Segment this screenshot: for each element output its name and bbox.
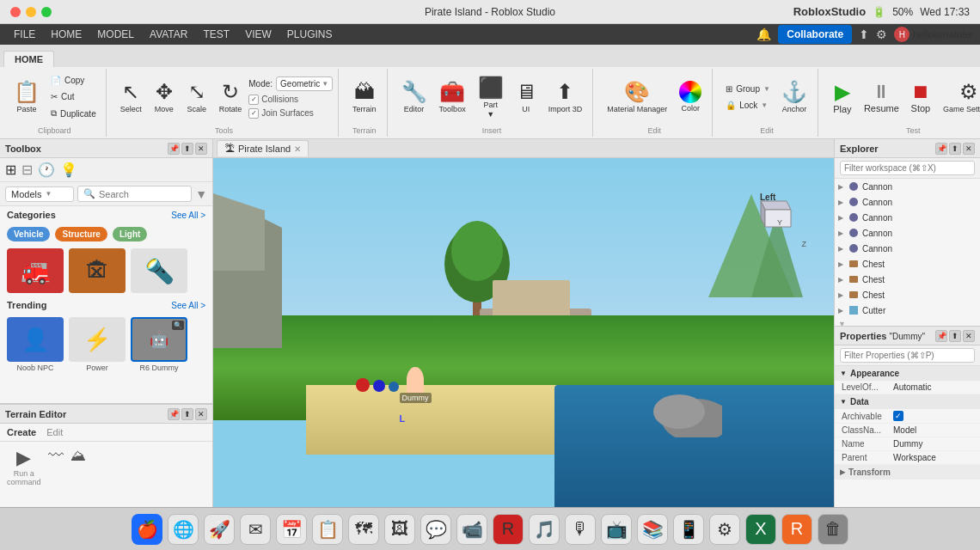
group-button[interactable]: ⊞ Group ▼ <box>721 82 775 96</box>
pirate-island-tab[interactable]: 🏝 Pirate Island ✕ <box>217 140 309 156</box>
settings-icon[interactable]: ⚙ <box>876 28 887 41</box>
taskbar-notes[interactable]: 📋 <box>312 514 343 545</box>
properties-close-button[interactable]: ✕ <box>963 330 975 342</box>
category-structure[interactable]: Structure <box>55 227 107 241</box>
list-item[interactable]: ▶ Cutter <box>835 302 980 318</box>
notification-icon[interactable]: 🔔 <box>756 28 771 41</box>
anchor-button[interactable]: ⚓ Anchor <box>776 71 812 123</box>
list-item[interactable]: ▶ Cannon <box>835 225 980 241</box>
taskbar-music[interactable]: 🎵 <box>529 514 560 545</box>
terrain-tab-edit[interactable]: Edit <box>46 427 63 437</box>
ui-button[interactable]: 🖥 UI <box>511 71 542 123</box>
taskbar-facetime[interactable]: 📹 <box>456 514 487 545</box>
tab-light-icon[interactable]: 💡 <box>60 162 77 178</box>
menu-file[interactable]: FILE <box>7 27 42 42</box>
models-dropdown[interactable]: Models ▼ <box>5 186 74 202</box>
rotate-button[interactable]: ↻ Rotate <box>214 71 248 123</box>
menu-avatar[interactable]: AVATAR <box>143 27 194 42</box>
taskbar-tv[interactable]: 📺 <box>601 514 632 545</box>
category-structure-thumb[interactable]: 🏚 <box>69 248 126 293</box>
maximize-button[interactable] <box>41 7 52 17</box>
tab-grid-icon[interactable]: ⊟ <box>21 162 33 178</box>
tab-close-icon[interactable]: ✕ <box>294 144 301 154</box>
play-button[interactable]: ▶ Play <box>827 71 858 123</box>
taskbar-books[interactable]: 📚 <box>637 514 668 545</box>
menu-model[interactable]: MODEL <box>90 27 141 42</box>
part-button[interactable]: ⬛ Part▼ <box>473 71 509 123</box>
filter-icon[interactable]: ▼ <box>195 187 207 201</box>
menu-view[interactable]: VIEW <box>238 27 279 42</box>
tab-home[interactable]: HOME <box>3 51 54 67</box>
terrain-run-command[interactable]: ▶ Run a command <box>7 447 41 486</box>
taskbar-settings[interactable]: ⚙ <box>709 514 740 545</box>
properties-filter-input[interactable] <box>840 348 975 363</box>
import3d-button[interactable]: ⬆ Import 3D <box>543 71 588 123</box>
view-indicator[interactable]: Left <box>748 184 799 235</box>
scale-button[interactable]: ⤡ Scale <box>181 71 212 123</box>
game-settings-button[interactable]: ⚙ Game Settings <box>938 71 980 123</box>
see-all-categories[interactable]: See All > <box>171 211 205 220</box>
asset-power[interactable]: ⚡ Power <box>69 317 126 372</box>
terrain-tool-2[interactable]: 〰 <box>48 447 64 486</box>
duplicate-button[interactable]: ⧉ Duplicate <box>46 106 101 121</box>
list-item[interactable]: ▶ Cannon <box>835 241 980 256</box>
explorer-close-button[interactable]: ✕ <box>963 143 975 155</box>
properties-float-button[interactable]: ⬆ <box>949 330 961 342</box>
editor-button[interactable]: 🔧 Editor <box>396 71 432 123</box>
terrain-pin-button[interactable]: 📌 <box>168 408 180 420</box>
menu-plugins[interactable]: PLUGINS <box>280 27 340 42</box>
search-input[interactable] <box>99 189 186 199</box>
color-button[interactable]: Color <box>674 71 707 123</box>
list-item[interactable]: ▶ Cannon <box>835 179 980 194</box>
lock-button[interactable]: 🔒 Lock ▼ <box>721 98 775 113</box>
explorer-pin-button[interactable]: 📌 <box>935 143 947 155</box>
terrain-button[interactable]: 🏔 Terrain <box>347 71 382 123</box>
taskbar-safari[interactable]: 🌐 <box>168 514 199 545</box>
join-surfaces-checkbox[interactable]: ✓ <box>248 108 259 119</box>
transform-section[interactable]: ▶ Transform <box>835 465 980 480</box>
taskbar-excel[interactable]: X <box>745 514 776 545</box>
terrain-tab-create[interactable]: Create <box>7 427 36 437</box>
list-item[interactable]: ▶ Chest <box>835 256 980 272</box>
archivable-checkbox[interactable]: ✓ <box>893 411 903 421</box>
taskbar-extra1[interactable]: R <box>781 514 812 545</box>
explorer-float-button[interactable]: ⬆ <box>949 143 961 155</box>
copy-button[interactable]: 📄 Copy <box>46 73 101 88</box>
category-light[interactable]: Light <box>113 227 147 241</box>
paste-button[interactable]: 📋 Paste <box>9 71 45 123</box>
list-item[interactable]: ▶ Chest <box>835 272 980 287</box>
menu-home[interactable]: HOME <box>44 27 89 42</box>
taskbar-messages[interactable]: 💬 <box>420 514 451 545</box>
stop-button[interactable]: ⏹ Stop <box>905 71 936 123</box>
list-item[interactable]: ▶ Chest <box>835 287 980 302</box>
taskbar-trash[interactable]: 🗑 <box>818 514 848 545</box>
appearance-section[interactable]: ▼ Appearance <box>835 366 980 381</box>
toolbox-pin-button[interactable]: 📌 <box>168 143 180 155</box>
terrain-float-button[interactable]: ⬆ <box>181 408 193 420</box>
properties-pin-button[interactable]: 📌 <box>935 330 947 342</box>
taskbar-calendar[interactable]: 📅 <box>276 514 307 545</box>
toolbox-close-button[interactable]: ✕ <box>195 143 207 155</box>
taskbar-launchpad[interactable]: 🚀 <box>204 514 235 545</box>
viewport-scene[interactable]: Dummy L Left <box>213 158 834 507</box>
close-button[interactable] <box>10 7 21 17</box>
collaborate-button[interactable]: Collaborate <box>778 25 852 44</box>
taskbar-appstore[interactable]: 📱 <box>673 514 704 545</box>
move-button[interactable]: ✥ Move <box>149 71 180 123</box>
menu-test[interactable]: TEST <box>196 27 236 42</box>
list-item[interactable]: ▶ Cannon <box>835 194 980 210</box>
data-section[interactable]: ▼ Data <box>835 394 980 409</box>
category-vehicle-thumb[interactable]: 🚒 <box>7 248 64 293</box>
asset-noob-npc[interactable]: 👤 Noob NPC <box>7 317 64 372</box>
toolbox-button[interactable]: 🧰 Toolbox <box>434 71 471 123</box>
category-vehicle[interactable]: Vehicle <box>7 227 50 241</box>
taskbar-mail[interactable]: ✉ <box>240 514 271 545</box>
list-item[interactable]: ▶ Cannon <box>835 210 980 225</box>
taskbar-maps[interactable]: 🗺 <box>348 514 379 545</box>
taskbar-photos[interactable]: 🖼 <box>384 514 415 545</box>
taskbar-finder[interactable]: 🍎 <box>132 514 162 545</box>
minimize-button[interactable] <box>26 7 36 17</box>
explorer-filter-input[interactable] <box>840 161 975 175</box>
resume-button[interactable]: ⏸ Resume <box>860 71 903 123</box>
material-manager-button[interactable]: 🎨 Material Manager <box>602 71 672 123</box>
